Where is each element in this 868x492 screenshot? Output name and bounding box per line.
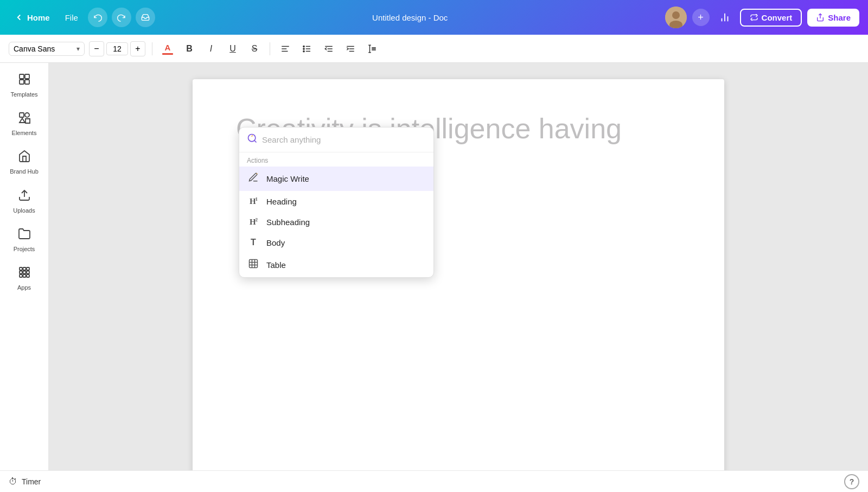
bold-button[interactable]: B (181, 40, 198, 57)
insights-button[interactable] (715, 8, 735, 27)
topbar-center: Untitled design - Doc (162, 13, 659, 22)
sidebar-item-apps-label: Apps (17, 284, 31, 291)
doc-title: Untitled design - Doc (372, 13, 448, 22)
svg-rect-42 (27, 271, 29, 273)
text-color-button[interactable]: A (159, 40, 176, 57)
svg-rect-37 (20, 267, 22, 270)
line-spacing-button[interactable] (363, 40, 381, 57)
table-item[interactable]: Table (239, 253, 433, 277)
sidebar-item-uploads[interactable]: Uploads (4, 183, 45, 220)
list-button[interactable] (298, 40, 316, 57)
apps-icon (18, 266, 31, 282)
svg-point-48 (257, 174, 258, 175)
underline-button[interactable]: U (224, 40, 241, 57)
undo-button[interactable] (88, 8, 107, 27)
svg-rect-31 (25, 80, 29, 84)
italic-icon: I (210, 44, 212, 54)
svg-rect-32 (20, 113, 24, 117)
bottombar: ⏱ Timer ? (0, 470, 868, 492)
svg-rect-44 (23, 274, 25, 277)
help-icon: ? (850, 477, 854, 486)
sidebar: Templates Elements Brand Hub (0, 63, 49, 492)
sidebar-item-projects-label: Projects (14, 246, 35, 253)
share-button[interactable]: Share (807, 9, 859, 27)
svg-rect-45 (27, 274, 29, 277)
font-size-control: − + (89, 41, 145, 56)
timer-label: Timer (22, 477, 41, 486)
svg-point-14 (303, 48, 304, 49)
svg-marker-35 (25, 119, 30, 123)
elements-icon (18, 111, 31, 127)
heading-label: Heading (266, 197, 297, 206)
body-item[interactable]: T Body (239, 232, 433, 253)
magic-write-label: Magic Write (266, 174, 309, 183)
magic-search-icon (247, 133, 258, 146)
share-label: Share (828, 13, 851, 22)
home-label: Home (27, 13, 50, 22)
svg-rect-39 (27, 267, 29, 270)
topbar: Home File Untitled design - Doc (0, 0, 868, 35)
indent-button[interactable] (342, 40, 359, 57)
sidebar-item-brand-hub-label: Brand Hub (10, 168, 39, 175)
add-collaborator-button[interactable]: + (692, 9, 710, 26)
sidebar-item-apps[interactable]: Apps (4, 260, 45, 297)
align-left-button[interactable] (277, 40, 294, 57)
font-family-selector[interactable]: Canva Sans ▾ (9, 42, 85, 56)
svg-rect-30 (20, 80, 24, 84)
topbar-right: + Convert Share (665, 7, 859, 28)
font-size-increase-button[interactable]: + (130, 41, 145, 56)
magic-write-item[interactable]: Magic Write (239, 167, 433, 191)
table-icon (247, 258, 260, 272)
svg-marker-34 (20, 118, 25, 123)
svg-point-15 (303, 50, 304, 52)
strikethrough-icon: S (252, 44, 258, 54)
templates-icon (18, 73, 31, 89)
canvas-area: Creativity is intelligence having Action… (49, 63, 868, 492)
redo-button[interactable] (112, 8, 131, 27)
doc-page[interactable]: Creativity is intelligence having Action… (193, 79, 724, 476)
svg-rect-28 (20, 74, 24, 79)
separator-2 (270, 42, 270, 55)
subheading-item[interactable]: H2 Subheading (239, 212, 433, 232)
convert-button[interactable]: Convert (740, 9, 802, 27)
timer-icon: ⏱ (9, 477, 17, 487)
font-size-input[interactable] (106, 42, 128, 55)
chevron-down-icon: ▾ (76, 45, 80, 53)
font-name: Canva Sans (14, 44, 55, 53)
svg-rect-38 (23, 267, 25, 270)
sidebar-item-elements[interactable]: Elements (4, 106, 45, 142)
svg-rect-49 (250, 260, 258, 268)
font-size-decrease-button[interactable]: − (89, 41, 104, 56)
svg-rect-41 (23, 271, 25, 273)
svg-point-13 (303, 46, 304, 47)
back-home-button[interactable]: Home (9, 9, 55, 25)
heading-item[interactable]: H1 Heading (239, 191, 433, 212)
projects-icon (18, 227, 31, 244)
sidebar-item-projects[interactable]: Projects (4, 222, 45, 258)
context-menu: Actions Magic Write H1 Heading (239, 127, 434, 278)
svg-point-1 (672, 11, 680, 19)
sidebar-item-brand-hub[interactable]: Brand Hub (4, 144, 45, 181)
outdent-button[interactable] (320, 40, 337, 57)
context-search-input[interactable] (262, 135, 426, 144)
subheading-icon: H2 (247, 217, 260, 227)
svg-point-46 (248, 135, 256, 142)
heading-icon: H1 (247, 196, 260, 206)
file-button[interactable]: File (60, 10, 84, 25)
topbar-left: Home File (9, 8, 155, 27)
main-layout: Templates Elements Brand Hub (0, 63, 868, 492)
sidebar-item-templates[interactable]: Templates (4, 67, 45, 104)
formatting-toolbar: Canva Sans ▾ − + A B I U S (0, 35, 868, 63)
uploads-icon (18, 189, 31, 205)
svg-line-47 (254, 140, 257, 143)
strikethrough-button[interactable]: S (246, 40, 263, 57)
body-label: Body (266, 238, 285, 247)
separator (152, 42, 152, 55)
avatar[interactable] (665, 7, 687, 28)
svg-point-33 (25, 113, 29, 117)
save-status-button[interactable] (136, 8, 155, 27)
table-label: Table (266, 260, 286, 270)
help-button[interactable]: ? (844, 474, 859, 489)
body-icon: T (247, 238, 260, 247)
italic-button[interactable]: I (202, 40, 220, 57)
